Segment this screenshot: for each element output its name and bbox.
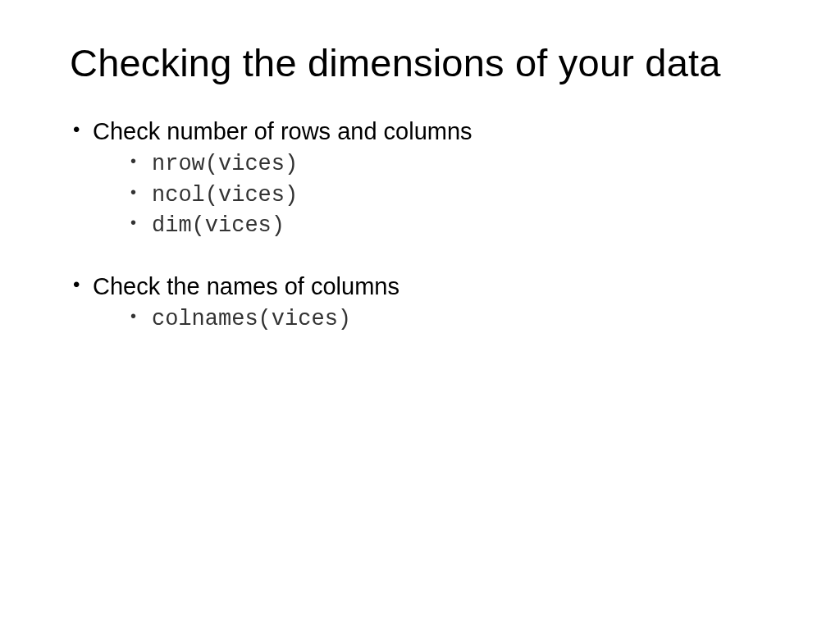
code-item: dim(vices) xyxy=(93,211,770,242)
list-item: Check number of rows and columns nrow(vi… xyxy=(70,116,770,242)
sub-list: nrow(vices) ncol(vices) dim(vices) xyxy=(93,149,770,242)
bullet-text: Check the names of columns xyxy=(93,273,399,299)
code-item: colnames(vices) xyxy=(93,304,770,336)
code-item: nrow(vices) xyxy=(93,149,770,180)
bullet-text: Check number of rows and columns xyxy=(93,118,472,144)
list-item: Check the names of columns colnames(vice… xyxy=(70,272,770,335)
sub-list: colnames(vices) xyxy=(93,304,770,336)
slide-title: Checking the dimensions of your data xyxy=(70,41,770,85)
code-item: ncol(vices) xyxy=(93,180,770,212)
bullet-list: Check number of rows and columns nrow(vi… xyxy=(70,116,770,336)
